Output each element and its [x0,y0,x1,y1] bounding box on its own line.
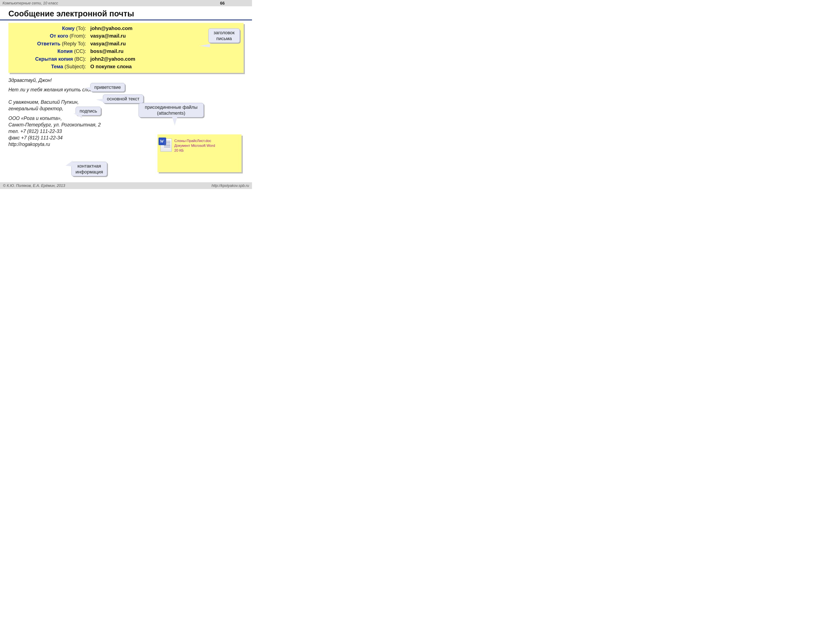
callout-body: основной текст [103,95,144,103]
word-document-icon: W [160,139,172,152]
label-bcc: Скрытая копия (BC): [13,56,90,62]
signature-line-1: С уважением, Василий Пупкин, [8,99,79,105]
callout-header-text: заголовок письма [213,30,235,41]
callout-body-pointer [96,99,104,102]
slide-title: Сообщение электронной почты [0,6,252,21]
email-header-grid: Кому (To): john@yahoo.com От кого (From)… [13,25,239,70]
callout-signature-text: подпись [80,108,97,114]
label-to: Кому (To): [13,25,90,32]
contact-line-2: Санкт-Петербург, ул. Рогокопытная, 2 [8,122,101,128]
callout-greeting: приветствие [90,83,125,92]
value-cc: boss@mail.ru [90,48,239,55]
callout-signature-pointer [74,114,82,118]
attachment-filetype: Документ Microsoft Word [174,144,215,148]
contact-line-1: ООО «Рога и копыта», [8,115,62,121]
contact-block: ООО «Рога и копыта», Санкт-Петербург, ул… [8,115,118,148]
callout-contact: контактная информация [71,162,107,176]
callout-attachments-pointer [172,117,177,126]
callout-greeting-pointer [84,87,91,90]
callout-greeting-text: приветствие [94,85,121,90]
word-w-glyph: W [160,139,164,144]
attachment-filesize: 20 КБ [174,148,215,153]
attachment-filename: Слоны-ПрайсЛист.doc [174,139,215,144]
attachment-meta: Слоны-ПрайсЛист.doc Документ Microsoft W… [174,139,215,153]
bottom-bar: © К.Ю. Поляков, Е.А. Ерёмин, 2013 http:/… [0,182,252,189]
top-bar: Компьютерные сети, 10 класс 66 [0,0,252,6]
course-subject: Компьютерные сети, 10 класс [3,1,58,5]
callout-attachments-text: присоединенные файлы (attachments) [145,104,197,116]
label-subject: Тема (Subject): [13,63,90,70]
email-header-box: Кому (To): john@yahoo.com От кого (From)… [8,23,243,73]
contact-line-3: тел. +7 (812) 111-22-33 [8,128,62,134]
callout-header-pointer [199,44,210,47]
greeting-text: Здравствуй, Джон! [8,77,118,84]
callout-contact-text: контактная информация [76,163,103,175]
contact-line-5: http://rogakopyta.ru [8,142,50,147]
doc-lines-icon [164,141,170,148]
contact-line-4: факс +7 (812) 111-22-34 [8,135,63,141]
label-cc: Копия (CC): [13,48,90,55]
page-number: 66 [220,1,225,6]
label-reply-to: Ответить (Reply To): [13,40,90,47]
callout-attachments: присоединенные файлы (attachments) [139,103,204,117]
callout-header: заголовок письма [208,28,240,43]
attachment-box: W Слоны-ПрайсЛист.doc Документ Microsoft… [158,134,242,172]
callout-body-text: основной текст [107,96,139,101]
footer-copyright: © К.Ю. Поляков, Е.А. Ерёмин, 2013 [3,183,65,188]
footer-url: http://kpolyakov.spb.ru [212,183,249,188]
callout-contact-pointer [66,161,73,167]
value-bcc: john2@yahoo.com [90,56,239,62]
label-from: От кого (From): [13,33,90,39]
signature-line-2: генеральный директор, [8,106,63,111]
value-subject: О покупке слона [90,63,239,70]
